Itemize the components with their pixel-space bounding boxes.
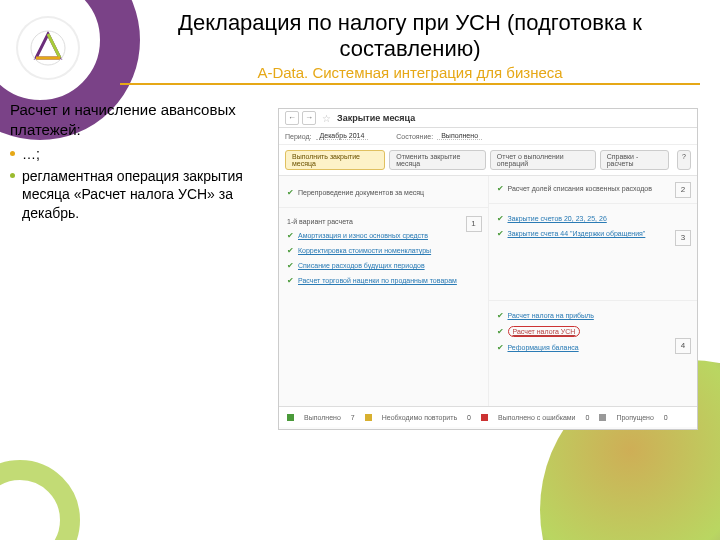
check-icon: ✔	[497, 184, 504, 193]
refs-button[interactable]: Справки - расчеты	[600, 150, 669, 170]
step-badge: 4	[675, 338, 691, 354]
op-link[interactable]: Закрытие счета 44 "Издержки обращения"	[508, 230, 646, 237]
op-link[interactable]: Расчет налога на прибыль	[508, 312, 594, 319]
help-button[interactable]: ?	[677, 150, 691, 170]
page-title: Декларация по налогу при УСН (подготовка…	[120, 10, 700, 62]
execute-button[interactable]: Выполнить закрытие месяца	[285, 150, 385, 170]
step-badge: 1	[466, 216, 482, 232]
cancel-button[interactable]: Отменить закрытие месяца	[389, 150, 486, 170]
nav-buttons: ← →	[285, 111, 316, 125]
period-value[interactable]: Декабрь 2014	[316, 132, 369, 140]
check-icon: ✔	[287, 276, 294, 285]
status-swatch-done	[287, 414, 294, 421]
op-link[interactable]: Амортизация и износ основных средств	[298, 232, 428, 239]
check-icon: ✔	[497, 214, 504, 223]
content-block: Расчет и начисление авансовых платежей: …	[10, 100, 270, 226]
op-link[interactable]: Списание расходов будущих периодов	[298, 262, 425, 269]
check-icon: ✔	[497, 311, 504, 320]
window-title: Закрытие месяца	[337, 113, 415, 123]
app-screenshot: ← → ☆ Закрытие месяца Период: Декабрь 20…	[278, 108, 698, 430]
check-icon: ✔	[497, 229, 504, 238]
window-header: ← → ☆ Закрытие месяца	[279, 109, 697, 128]
bullet-item: регламентная операция закрытия месяца «Р…	[10, 167, 270, 222]
period-label: Период:	[285, 133, 312, 140]
bullet-item: …;	[10, 145, 270, 163]
content-heading: Расчет и начисление авансовых платежей:	[10, 100, 270, 139]
step-badge: 2	[675, 182, 691, 198]
toolbar: Выполнить закрытие месяца Отменить закры…	[279, 145, 697, 176]
check-icon: ✔	[287, 188, 294, 197]
star-icon[interactable]: ☆	[322, 113, 331, 124]
op-link[interactable]: Корректировка стоимости номенклатуры	[298, 247, 431, 254]
op-link[interactable]: Расчет торговой наценки по проданным тов…	[298, 277, 457, 284]
check-icon: ✔	[497, 327, 504, 336]
forward-icon[interactable]: →	[302, 111, 316, 125]
page-subtitle: A-Data. Системная интеграция для бизнеса	[120, 64, 700, 85]
status-swatch-error	[481, 414, 488, 421]
bullet-dot-icon	[10, 173, 15, 178]
logo	[18, 18, 78, 78]
check-icon: ✔	[287, 261, 294, 270]
check-icon: ✔	[287, 231, 294, 240]
status-footer: Выполнено7 Необходимо повторить0 Выполне…	[279, 406, 697, 427]
op-link[interactable]: Расчет налога УСН	[513, 328, 576, 335]
back-icon[interactable]: ←	[285, 111, 299, 125]
check-icon: ✔	[497, 343, 504, 352]
status-label: Состояние:	[396, 133, 433, 140]
bullet-dot-icon	[10, 151, 15, 156]
status-value: Выполнено	[437, 132, 482, 140]
logo-icon	[28, 28, 68, 68]
filter-row: Период: Декабрь 2014 Состояние: Выполнен…	[279, 128, 697, 145]
report-button[interactable]: Отчет о выполнении операций	[490, 150, 596, 170]
op-link[interactable]: Реформация баланса	[508, 344, 579, 351]
step-badge: 3	[675, 230, 691, 246]
right-column: 2 ✔Расчет долей списания косвенных расхо…	[488, 176, 698, 406]
highlighted-op: Расчет налога УСН	[508, 326, 581, 337]
status-swatch-repeat	[365, 414, 372, 421]
status-swatch-skip	[599, 414, 606, 421]
check-icon: ✔	[287, 246, 294, 255]
left-column: ✔Перепроведение документов за месяц 1 1-…	[279, 176, 488, 406]
bg-arc-bottom-left	[0, 460, 80, 540]
op-link[interactable]: Закрытие счетов 20, 23, 25, 26	[508, 215, 607, 222]
